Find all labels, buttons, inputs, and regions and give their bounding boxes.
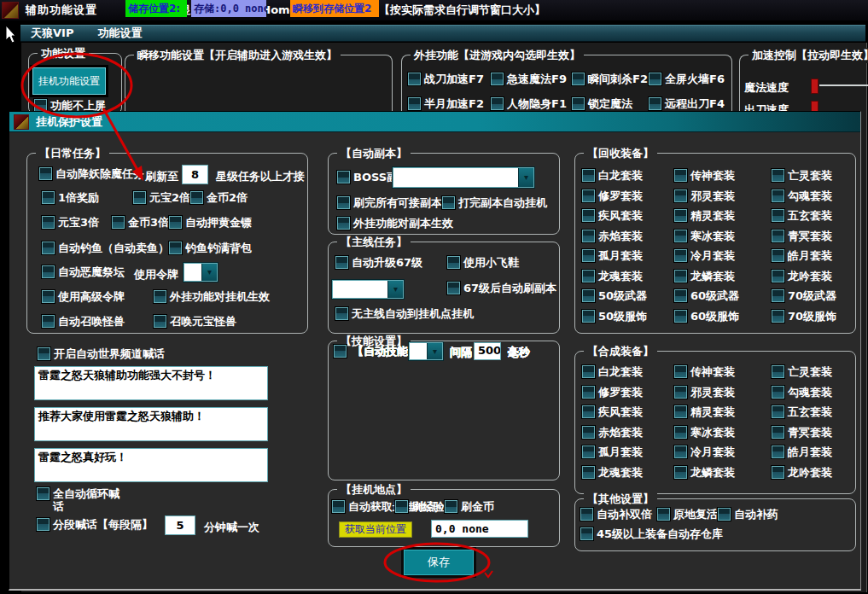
equip-option[interactable]: 龙鳞套装 <box>674 270 772 282</box>
checkbox[interactable] <box>582 270 595 282</box>
checkbox[interactable] <box>582 169 595 182</box>
equip-option[interactable]: 疾风套装 <box>582 405 674 418</box>
checkbox[interactable] <box>674 310 687 323</box>
checkbox[interactable] <box>408 73 421 85</box>
hack-on-hang-option[interactable]: 外挂功能对挂机生效 <box>154 290 270 303</box>
auto-upgrade-option[interactable]: 自动升级67级 <box>335 256 422 269</box>
equip-option[interactable]: 70级武器 <box>772 289 852 302</box>
magic-speed-slider-track[interactable] <box>819 84 868 86</box>
checkbox[interactable] <box>42 315 55 328</box>
hack-option[interactable]: 锁定魔法 <box>572 97 649 110</box>
daily-option[interactable]: 钓鱼钓满背包 <box>169 242 252 254</box>
checkbox[interactable] <box>42 290 55 303</box>
checkbox[interactable] <box>772 169 784 182</box>
loop-shout-option[interactable]: 全自动循环喊话 <box>37 487 126 513</box>
checkbox[interactable] <box>154 315 166 328</box>
checkbox[interactable] <box>38 347 50 360</box>
checkbox[interactable] <box>772 189 784 202</box>
equip-option[interactable]: 白龙套装 <box>582 365 674 378</box>
checkbox[interactable] <box>582 209 595 222</box>
skill-interval-value[interactable]: 500 <box>474 342 501 360</box>
shout-interval-input[interactable] <box>165 515 195 535</box>
menu-item[interactable]: 天狼VIP <box>31 26 73 41</box>
checkbox[interactable] <box>42 242 55 254</box>
checkbox[interactable] <box>408 97 421 110</box>
mainline-combobox[interactable]: ▾ <box>332 280 404 299</box>
checkbox[interactable] <box>582 249 595 262</box>
equip-option[interactable]: 修罗套装 <box>582 189 674 202</box>
checkbox[interactable] <box>772 365 784 378</box>
checkbox[interactable] <box>447 282 460 294</box>
checkbox[interactable] <box>772 270 784 282</box>
equip-option[interactable]: 勾魂套装 <box>772 386 852 399</box>
equip-option[interactable]: 60级武器 <box>674 289 772 302</box>
checkbox[interactable] <box>169 242 182 254</box>
dungeon-option[interactable]: 刷完所有可接副本 <box>337 196 442 209</box>
checkbox[interactable] <box>674 209 687 222</box>
checkbox[interactable] <box>674 289 687 302</box>
equip-option[interactable]: 勾魂套装 <box>772 189 852 202</box>
other-option[interactable]: 原地复活 <box>657 508 718 521</box>
checkbox[interactable] <box>395 500 408 513</box>
equip-option[interactable]: 青冥套装 <box>772 230 852 242</box>
checkbox[interactable] <box>582 426 595 439</box>
checkbox[interactable] <box>772 230 784 242</box>
dropdown-arrow-icon[interactable]: ▾ <box>201 264 217 281</box>
checkbox[interactable] <box>572 97 585 110</box>
equip-option[interactable]: 冷月套装 <box>674 446 772 458</box>
daily-option[interactable]: 金币3倍 <box>112 216 169 229</box>
equip-option[interactable]: 亡灵套装 <box>772 365 852 378</box>
checkbox[interactable] <box>674 189 687 202</box>
summon-monster-option[interactable]: 自动召唤怪兽 <box>42 315 154 328</box>
checkbox[interactable] <box>42 216 55 229</box>
checkbox[interactable] <box>42 265 55 278</box>
checkbox[interactable] <box>580 527 593 540</box>
equip-option[interactable]: 疾风套装 <box>582 209 674 222</box>
fly-shoes-option[interactable]: 使用小飞鞋 <box>447 256 519 269</box>
daily-option[interactable]: 1倍奖励 <box>42 191 133 204</box>
after-67-option[interactable]: 67级后自动刷副本 <box>447 282 556 294</box>
equip-option[interactable]: 孤月套装 <box>582 249 674 262</box>
equip-option[interactable]: 龙鳞套装 <box>674 466 772 479</box>
checkbox[interactable] <box>445 500 457 513</box>
hack-option[interactable]: 瞬间刺杀F2 <box>572 73 649 85</box>
store-position-button[interactable]: 储存位置2: <box>125 0 187 17</box>
checkbox[interactable] <box>772 386 784 399</box>
hack-on-dungeon-option[interactable]: 外挂功能对副本生效 <box>337 217 453 230</box>
save-button[interactable]: 保存 <box>404 550 474 575</box>
daily-option[interactable]: 自动押黄金镖 <box>169 216 252 229</box>
checkbox[interactable] <box>657 508 670 521</box>
checkbox[interactable] <box>337 217 350 230</box>
checkbox[interactable] <box>649 73 661 85</box>
equip-option[interactable]: 五玄套装 <box>772 405 852 418</box>
teleport-to-position-button[interactable]: 瞬移到存储位置2 <box>290 0 379 17</box>
checkbox[interactable] <box>674 426 687 439</box>
star-level-input[interactable] <box>182 165 208 184</box>
equip-option[interactable]: 传神套装 <box>674 365 772 378</box>
shout-message-3[interactable]: 雷霆之怒真好玩！ <box>34 448 268 482</box>
magic-speed-slider-handle[interactable] <box>811 79 818 94</box>
checkbox[interactable] <box>337 196 350 209</box>
equip-option[interactable]: 青冥套装 <box>772 426 852 439</box>
checkbox[interactable] <box>582 310 595 323</box>
checkbox[interactable] <box>582 189 595 202</box>
segment-shout-option[interactable]: 分段喊话【每段隔】 <box>37 518 153 531</box>
checkbox[interactable] <box>37 518 50 531</box>
dropdown-arrow-icon[interactable]: ▾ <box>387 281 403 298</box>
summon-yuanbao-option[interactable]: 召唤元宝怪兽 <box>154 315 236 328</box>
checkbox[interactable] <box>674 169 687 182</box>
boss-dungeon-combobox[interactable]: ▾ <box>393 167 534 188</box>
equip-option[interactable]: 寒冰套装 <box>674 230 772 242</box>
daily-option[interactable]: 元宝2倍 <box>133 191 190 204</box>
dropdown-arrow-icon[interactable]: ▾ <box>427 343 442 359</box>
menu-item[interactable]: 功能设置 <box>97 26 142 41</box>
equip-option[interactable]: 皓月套装 <box>772 446 852 458</box>
checkbox[interactable] <box>332 500 345 513</box>
checkbox[interactable] <box>674 365 687 378</box>
checkbox[interactable] <box>337 171 350 183</box>
checkbox[interactable] <box>582 230 595 242</box>
equip-option[interactable]: 龙魂套装 <box>582 466 674 479</box>
checkbox[interactable] <box>112 216 125 229</box>
checkbox[interactable] <box>335 307 348 320</box>
partial-option[interactable]: 功能不上屏 <box>34 99 106 112</box>
